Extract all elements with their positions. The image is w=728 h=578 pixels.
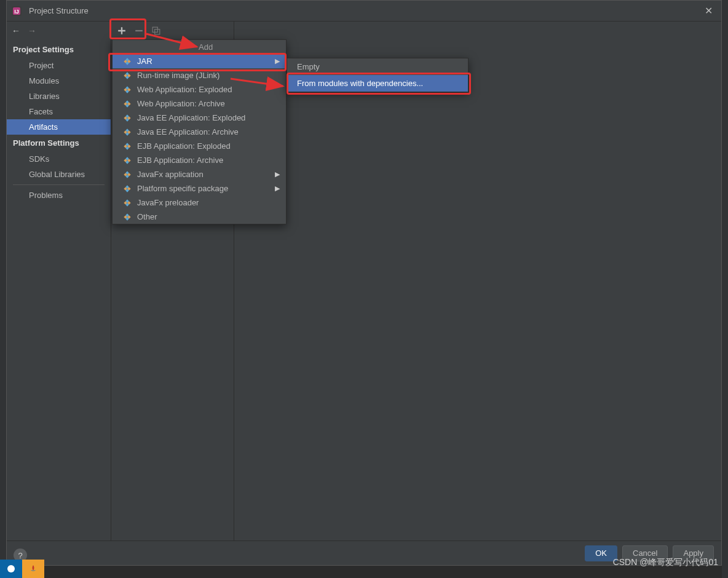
artifact-type-icon	[122, 127, 132, 137]
close-button[interactable]: ✕	[699, 5, 718, 17]
add-menu-item-label: Java EE Application: Archive	[137, 127, 239, 137]
artifact-type-icon	[122, 170, 132, 180]
jar-submenu: EmptyFrom modules with dependencies...	[287, 58, 469, 92]
artifacts-toolbar	[111, 22, 234, 40]
taskbar-app-1[interactable]	[0, 560, 22, 578]
sidebar-item-facets[interactable]: Facets	[7, 104, 111, 119]
forward-arrow-icon[interactable]: →	[28, 26, 36, 36]
add-menu-item-label: Web Application: Exploded	[137, 85, 232, 94]
artifact-type-icon	[122, 57, 132, 66]
svg-text:IJ: IJ	[14, 9, 19, 15]
taskbar-app-2[interactable]	[22, 560, 44, 578]
add-menu-title: Add	[113, 40, 286, 54]
sidebar-item-artifacts[interactable]: Artifacts	[7, 119, 111, 135]
add-menu-item-2[interactable]: Web Application: Exploded	[113, 82, 286, 97]
sidebar-item-sdks[interactable]: SDKs	[7, 151, 111, 167]
add-menu-item-6[interactable]: EJB Application: Exploded	[113, 139, 286, 153]
bg-strip-left	[0, 0, 6, 578]
add-menu-item-label: EJB Application: Exploded	[137, 141, 231, 151]
add-menu-item-5[interactable]: Java EE Application: Archive	[113, 125, 286, 139]
svg-point-56	[7, 565, 15, 572]
artifact-type-icon	[122, 99, 132, 109]
section-platform-settings: Platform Settings	[7, 135, 111, 151]
add-artifact-menu: Add JAR▶Run-time image (JLink)Web Applic…	[112, 39, 287, 224]
add-menu-item-label: JAR	[137, 57, 152, 66]
add-menu-item-11[interactable]: Other	[113, 210, 286, 224]
add-menu-item-8[interactable]: JavaFx application▶	[113, 167, 286, 181]
back-arrow-icon[interactable]: ←	[12, 26, 20, 36]
add-menu-item-label: Web Application: Archive	[137, 99, 225, 108]
section-project-settings: Project Settings	[7, 41, 111, 58]
artifact-type-icon	[122, 141, 132, 151]
bg-strip-right	[722, 0, 728, 578]
sidebar: ← → Project Settings Project Modules Lib…	[7, 22, 111, 540]
add-menu-item-0[interactable]: JAR▶	[113, 54, 286, 68]
add-menu-item-9[interactable]: Platform specific package▶	[113, 181, 286, 196]
copy-artifact-button[interactable]	[151, 25, 162, 36]
submenu-arrow-icon: ▶	[275, 57, 280, 65]
sidebar-item-libraries[interactable]: Libraries	[7, 89, 111, 104]
add-menu-item-label: EJB Application: Archive	[137, 156, 223, 165]
add-menu-item-label: JavaFx application	[137, 170, 204, 179]
watermark-text: CSDN @峰哥爱写小代码01	[613, 557, 718, 568]
titlebar: IJ Project Structure ✕	[7, 1, 721, 22]
app-icon: IJ	[10, 5, 23, 17]
artifact-type-icon	[122, 212, 132, 222]
artifact-type-icon	[122, 198, 132, 208]
artifact-type-icon	[122, 156, 132, 165]
sidebar-item-problems[interactable]: Problems	[7, 188, 111, 203]
artifact-type-icon	[122, 113, 132, 123]
remove-artifact-button[interactable]	[133, 25, 144, 36]
artifact-type-icon	[122, 85, 132, 95]
sidebar-list: Project Settings Project Modules Librari…	[7, 40, 111, 203]
add-menu-item-label: Other	[137, 212, 157, 221]
add-menu-item-3[interactable]: Web Application: Archive	[113, 97, 286, 111]
artifact-type-icon	[122, 184, 132, 194]
sidebar-nav: ← →	[7, 22, 111, 40]
submenu-arrow-icon: ▶	[275, 170, 280, 178]
add-menu-item-10[interactable]: JavaFx preloader	[113, 196, 286, 210]
add-menu-item-label: Java EE Application: Exploded	[137, 113, 245, 122]
artifact-type-icon	[122, 71, 132, 81]
main-panel	[234, 22, 721, 540]
sidebar-item-modules[interactable]: Modules	[7, 73, 111, 89]
jar-submenu-item-1[interactable]: From modules with dependencies...	[287, 75, 468, 92]
add-menu-item-label: Run-time image (JLink)	[137, 71, 220, 80]
sidebar-separator	[13, 184, 105, 185]
sidebar-item-global-libraries[interactable]: Global Libraries	[7, 167, 111, 182]
dialog-title: Project Structure	[29, 6, 699, 15]
add-menu-item-7[interactable]: EJB Application: Archive	[113, 153, 286, 167]
add-menu-item-label: Platform specific package	[137, 184, 228, 193]
add-artifact-button[interactable]	[116, 25, 127, 36]
jar-submenu-item-0[interactable]: Empty	[287, 58, 468, 75]
sidebar-item-project[interactable]: Project	[7, 58, 111, 73]
add-menu-item-4[interactable]: Java EE Application: Exploded	[113, 111, 286, 125]
submenu-arrow-icon: ▶	[275, 184, 280, 192]
add-menu-item-1[interactable]: Run-time image (JLink)	[113, 68, 286, 82]
add-menu-item-label: JavaFx preloader	[137, 198, 199, 207]
